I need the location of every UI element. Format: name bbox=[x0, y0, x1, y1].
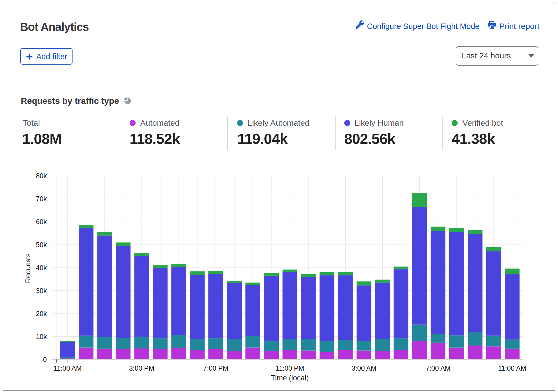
svg-text:60k: 60k bbox=[36, 218, 47, 225]
svg-text:0: 0 bbox=[43, 356, 47, 363]
svg-text:11:00 PM: 11:00 PM bbox=[276, 364, 304, 372]
svg-text:40k: 40k bbox=[36, 264, 47, 271]
svg-text:11:00 AM: 11:00 AM bbox=[54, 364, 82, 372]
svg-text:7:00 AM: 7:00 AM bbox=[426, 364, 451, 372]
svg-text:30k: 30k bbox=[36, 287, 47, 294]
svg-text:7:00 PM: 7:00 PM bbox=[203, 364, 228, 372]
svg-text:3:00 PM: 3:00 PM bbox=[129, 364, 154, 372]
svg-text:50k: 50k bbox=[36, 241, 47, 248]
svg-text:10k: 10k bbox=[36, 333, 47, 340]
svg-text:Time (local): Time (local) bbox=[271, 374, 309, 382]
svg-text:3:00 AM: 3:00 AM bbox=[352, 364, 376, 372]
svg-text:80k: 80k bbox=[36, 172, 47, 180]
svg-text:Requests: Requests bbox=[24, 253, 32, 283]
svg-text:20k: 20k bbox=[36, 310, 47, 317]
svg-text:11:00 AM: 11:00 AM bbox=[498, 364, 526, 372]
svg-text:70k: 70k bbox=[36, 195, 47, 202]
